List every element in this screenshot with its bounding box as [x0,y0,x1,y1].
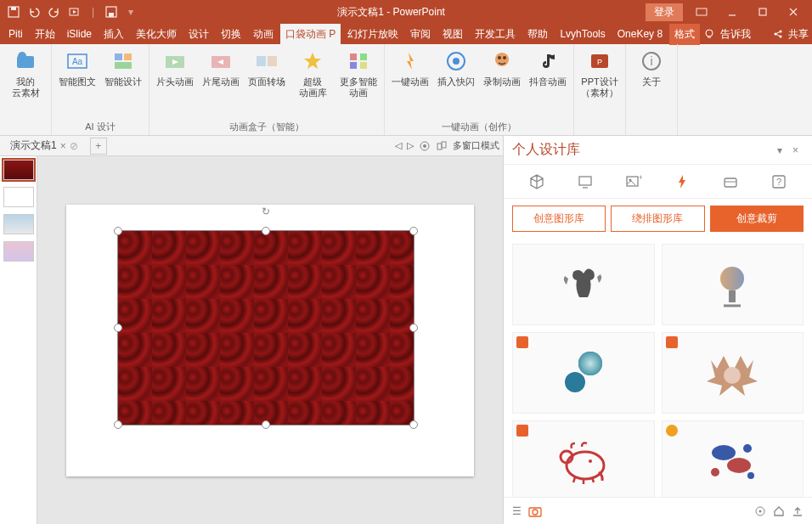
tab-design[interactable]: 设计 [183,24,214,45]
tab-pocket-anim[interactable]: 口袋动画 P [280,24,341,45]
ritem-douyin[interactable]: 抖音动画 [527,48,568,87]
gallery-item[interactable] [662,244,804,325]
nav-fwd-icon[interactable]: ▷ [407,140,414,151]
minimize-icon[interactable] [720,3,744,20]
tab-slideshow[interactable]: 幻灯片放映 [342,24,403,45]
group-anim-box: 片头动画 片尾动画 页面转场 超级动画库 更多智能动画 动画盒子（智能） [149,44,385,135]
ritem-super-anim[interactable]: 超级动画库 [292,48,333,99]
close-icon[interactable] [781,3,805,20]
ritem-cloud-material[interactable]: 我的云素材 [5,48,46,99]
share-icon[interactable] [773,29,783,39]
resize-handle[interactable] [114,420,122,429]
resize-handle[interactable] [114,227,122,235]
multi-window-icon[interactable] [436,140,448,152]
ribbon-options-icon[interactable] [690,3,713,20]
ritem-outro-anim[interactable]: 片尾动画 [200,48,241,87]
maximize-icon[interactable] [751,3,775,20]
resize-handle[interactable] [262,227,270,235]
menu-icon[interactable]: ☰ [512,505,522,517]
group-oneclick-anim: 一键动画 插入快闪 录制动画 抖音动画 一键动画（创作） [385,44,574,135]
panel-tab-wrap-shapes[interactable]: 绕排图形库 [611,206,704,232]
tab-lvyhtools[interactable]: LvyhTools [555,25,610,43]
ritem-oneclick[interactable]: 一键动画 [390,48,431,87]
disk-icon[interactable] [720,172,741,192]
panel-tab-creative-shapes[interactable]: 创意图形库 [512,206,606,232]
tab-piti[interactable]: Piti [3,25,28,43]
save-icon[interactable] [7,5,20,19]
ritem-ppt-design[interactable]: PPPT设计（素材） [579,48,620,99]
document-tab-bar: 演示文稿1 × ⊘ + ◁ ▷ 多窗口模式 [0,136,503,156]
gallery-item[interactable] [512,420,655,497]
ritem-page-trans[interactable]: 页面转场 [246,48,287,87]
ritem-smart-design[interactable]: 智能设计 [103,48,144,87]
panel-category-icons: + ? [504,165,812,199]
upload-icon[interactable] [792,505,804,517]
pin-tab-icon[interactable]: ⊘ [70,140,78,152]
ritem-flash[interactable]: 插入快闪 [436,48,476,87]
group-ppt-design: PPPT设计（素材） [574,44,626,135]
resize-handle[interactable] [114,324,122,332]
gallery-item[interactable] [512,332,655,414]
tab-review[interactable]: 审阅 [405,24,436,45]
thumb-2[interactable] [3,187,34,207]
ritem-more-anim[interactable]: 更多智能动画 [338,48,379,99]
tab-beautify[interactable]: 美化大师 [131,24,182,45]
tab-animation[interactable]: 动画 [248,24,279,45]
group-cloud: 我的云素材 [0,44,52,135]
tab-islide[interactable]: iSlide [62,25,97,43]
lightning-icon[interactable] [672,172,692,192]
tab-insert[interactable]: 插入 [99,24,129,45]
home-icon[interactable] [773,505,785,517]
resize-handle[interactable] [409,420,418,429]
tab-home[interactable]: 开始 [30,24,60,45]
lightbulb-icon[interactable] [703,28,715,40]
thumb-3[interactable] [3,214,34,234]
tell-me-label[interactable]: 告诉我 [720,27,751,42]
share-label[interactable]: 共享 [788,27,809,42]
panel-tab-creative-crop[interactable]: 创意裁剪 [710,206,804,232]
thumb-1[interactable] [3,160,34,180]
nav-back-icon[interactable]: ◁ [395,140,402,151]
ritem-about[interactable]: i关于 [631,48,672,87]
gallery-item[interactable] [662,420,804,497]
undo-icon[interactable] [27,5,41,19]
resize-handle[interactable] [262,420,270,429]
slide-canvas[interactable]: ↻ [37,156,503,524]
document-tab[interactable]: 演示文稿1 × ⊘ [3,137,85,155]
gallery-item[interactable] [662,332,804,414]
svg-point-37 [503,56,506,59]
gallery-item[interactable] [512,244,655,325]
tab-format[interactable]: 格式 [669,24,700,45]
camera-icon[interactable] [528,505,542,517]
multi-window-label[interactable]: 多窗口模式 [453,139,499,152]
panel-dropdown-icon[interactable]: ▾ [772,144,787,156]
ritem-intro-anim[interactable]: 片头动画 [155,48,195,87]
redo-icon[interactable] [48,5,61,19]
ritem-smart-text[interactable]: Aa智能图文 [57,48,98,87]
selected-image[interactable]: ↻ [117,230,414,425]
smart-text-icon: Aa [64,48,91,75]
thumb-4[interactable] [3,241,34,262]
tab-onekey[interactable]: OneKey 8 [612,25,668,43]
close-tab-icon[interactable]: × [60,140,66,152]
tab-help[interactable]: 帮助 [522,24,553,45]
oneclick-icon [397,48,424,75]
ritem-record-anim[interactable]: 录制动画 [482,48,522,87]
rotate-handle-icon[interactable]: ↻ [262,206,270,217]
resize-handle[interactable] [409,227,418,235]
save-icon-2[interactable] [104,5,118,19]
screen-icon[interactable] [575,172,595,192]
image-plus-icon[interactable]: + [623,172,644,192]
tab-transition[interactable]: 切换 [216,24,246,45]
tab-developer[interactable]: 开发工具 [470,24,521,45]
resize-handle[interactable] [409,324,418,332]
tab-view[interactable]: 视图 [437,24,468,45]
panel-close-icon[interactable]: × [787,144,804,156]
help-icon[interactable]: ? [769,172,789,192]
login-button[interactable]: 登录 [646,3,683,21]
settings-icon[interactable] [754,505,766,517]
cube-icon[interactable] [527,172,547,192]
start-from-beginning-icon[interactable] [68,5,82,19]
new-tab-button[interactable]: + [90,138,107,155]
gear-icon[interactable] [419,140,431,152]
